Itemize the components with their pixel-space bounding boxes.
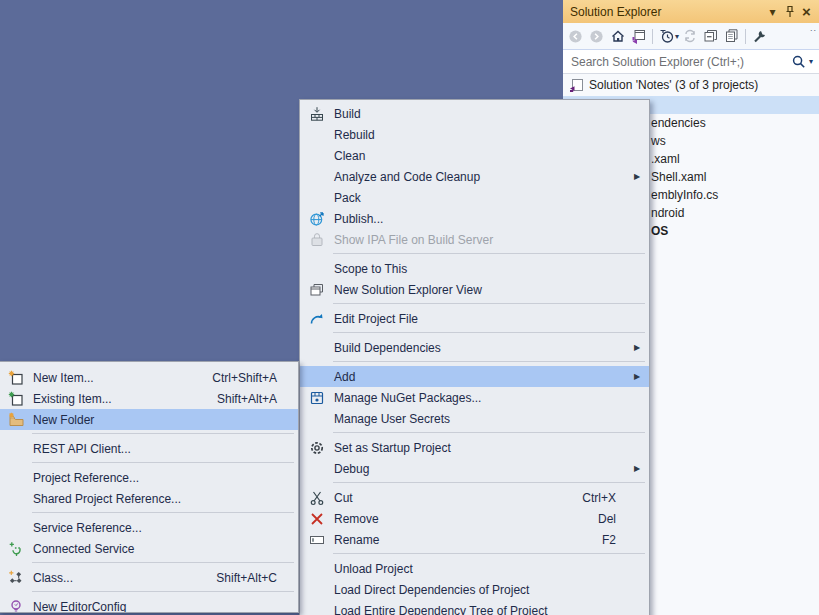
add-submenu: New Item... Ctrl+Shift+A Existing Item..…: [0, 361, 299, 613]
ipa-file-icon: [300, 232, 334, 248]
menu-item-clean[interactable]: Clean: [300, 145, 649, 166]
menu-separator: [32, 562, 294, 563]
build-icon: [300, 106, 334, 122]
menu-item-existing-item[interactable]: Existing Item... Shift+Alt+A: [0, 388, 298, 409]
back-icon: [568, 29, 583, 44]
switch-views-icon: [631, 28, 647, 44]
home-icon: [610, 28, 626, 44]
cut-scissors-icon: [300, 490, 334, 506]
forward-icon: [589, 29, 604, 44]
menu-item-project-reference[interactable]: Project Reference...: [0, 467, 298, 488]
search-icon[interactable]: [792, 55, 806, 69]
publish-globe-icon: [300, 211, 334, 227]
menu-item-remove[interactable]: Remove Del: [300, 508, 649, 529]
menu-item-pack[interactable]: Pack: [300, 187, 649, 208]
nuget-icon: [300, 390, 334, 406]
home-button[interactable]: [607, 26, 628, 47]
menu-item-publish[interactable]: Publish...: [300, 208, 649, 229]
overflow-icon: ..: [810, 23, 817, 33]
panel-title: Solution Explorer: [570, 5, 764, 19]
solution-label: Solution 'Notes' (3 of 3 projects): [589, 78, 758, 92]
menu-item-manage-nuget-packages[interactable]: Manage NuGet Packages...: [300, 387, 649, 408]
menu-item-connected-service[interactable]: Connected Service: [0, 538, 298, 559]
submenu-arrow-icon: ▶: [630, 464, 644, 473]
connected-service-icon: [0, 541, 33, 557]
solution-explorer-titlebar[interactable]: Solution Explorer ▾ ×: [563, 0, 819, 23]
menu-item-load-direct-dependencies[interactable]: Load Direct Dependencies of Project: [300, 579, 649, 600]
menu-item-edit-project-file[interactable]: Edit Project File: [300, 308, 649, 329]
menu-item-build-dependencies[interactable]: Build Dependencies▶: [300, 337, 649, 358]
menu-item-build[interactable]: Build: [300, 103, 649, 124]
pin-icon: [784, 5, 796, 19]
close-button[interactable]: ×: [798, 3, 815, 20]
menu-item-new-folder[interactable]: New Folder: [0, 409, 298, 430]
menu-item-rest-api-client[interactable]: REST API Client...: [0, 438, 298, 459]
menu-item-class[interactable]: Class... Shift+Alt+C: [0, 567, 298, 588]
menu-separator: [32, 591, 294, 592]
menu-item-cut[interactable]: Cut Ctrl+X: [300, 487, 649, 508]
chevron-down-icon: ▾: [809, 57, 813, 66]
startup-gear-icon: [300, 440, 334, 456]
menu-item-new-editorconfig[interactable]: New EditorConfig: [0, 596, 298, 613]
menu-item-debug[interactable]: Debug▶: [300, 458, 649, 479]
collapse-all-icon: [703, 28, 719, 44]
remove-x-icon: [300, 511, 334, 527]
solution-icon: [569, 78, 584, 93]
rename-icon: [300, 532, 334, 548]
window-position-menu-button[interactable]: ▾: [764, 3, 781, 20]
close-icon: ×: [802, 3, 811, 20]
menu-separator: [32, 433, 294, 434]
back-button[interactable]: [565, 26, 586, 47]
toolbar-separator: [652, 29, 653, 44]
sync-icon: [682, 28, 698, 44]
collapse-all-button[interactable]: [700, 26, 721, 47]
editorconfig-lightbulb-icon: [0, 599, 33, 614]
menu-item-set-as-startup-project[interactable]: Set as Startup Project: [300, 437, 649, 458]
show-all-files-button[interactable]: [721, 26, 742, 47]
edit-project-file-icon: [300, 311, 334, 327]
new-folder-icon: [0, 412, 33, 428]
pending-changes-filter-button[interactable]: [656, 26, 677, 47]
menu-separator: [333, 482, 645, 483]
properties-button[interactable]: [749, 26, 770, 47]
menu-separator: [333, 253, 645, 254]
menu-separator: [32, 462, 294, 463]
switch-views-button[interactable]: [628, 26, 649, 47]
tree-row-solution[interactable]: Solution 'Notes' (3 of 3 projects): [563, 74, 819, 96]
vs-main-window: Solution Explorer ▾ × ▾ .. ▾: [0, 0, 819, 615]
class-icon: [0, 570, 33, 586]
menu-item-new-item[interactable]: New Item... Ctrl+Shift+A: [0, 367, 298, 388]
search-input[interactable]: [569, 54, 792, 70]
menu-item-show-ipa-file: Show IPA File on Build Server: [300, 229, 649, 250]
menu-item-new-solution-explorer-view[interactable]: New Solution Explorer View: [300, 279, 649, 300]
menu-item-load-entire-dependency-tree[interactable]: Load Entire Dependency Tree of Project: [300, 600, 649, 615]
menu-separator: [333, 332, 645, 333]
menu-item-unload-project[interactable]: Unload Project: [300, 558, 649, 579]
toolbar-separator: [745, 29, 746, 44]
show-all-files-icon: [724, 28, 740, 44]
menu-item-service-reference[interactable]: Service Reference...: [0, 517, 298, 538]
submenu-arrow-icon: ▶: [630, 343, 644, 352]
existing-item-icon: [0, 391, 33, 407]
submenu-arrow-icon: ▶: [630, 172, 644, 181]
menu-item-manage-user-secrets[interactable]: Manage User Secrets: [300, 408, 649, 429]
project-context-menu: Build Rebuild Clean Analyze and Code Cle…: [299, 99, 650, 615]
menu-separator: [333, 303, 645, 304]
new-solution-explorer-view-icon: [300, 282, 334, 298]
menu-item-add[interactable]: Add▶: [300, 366, 649, 387]
sync-with-active-document-button[interactable]: [679, 26, 700, 47]
chevron-down-icon: ▾: [769, 5, 775, 19]
menu-item-rebuild[interactable]: Rebuild: [300, 124, 649, 145]
pin-button[interactable]: [781, 3, 798, 20]
menu-separator: [333, 361, 645, 362]
menu-item-rename[interactable]: Rename F2: [300, 529, 649, 550]
new-item-icon: [0, 370, 33, 386]
toolbar-overflow-button[interactable]: ..: [810, 23, 817, 33]
search-options-dropdown[interactable]: ▾: [809, 57, 813, 66]
menu-item-scope-to-this[interactable]: Scope to This: [300, 258, 649, 279]
menu-item-analyze-and-code-cleanup[interactable]: Analyze and Code Cleanup▶: [300, 166, 649, 187]
search-box: ▾: [563, 50, 819, 74]
forward-button[interactable]: [586, 26, 607, 47]
menu-item-shared-project-reference[interactable]: Shared Project Reference...: [0, 488, 298, 509]
wrench-icon: [752, 28, 768, 44]
